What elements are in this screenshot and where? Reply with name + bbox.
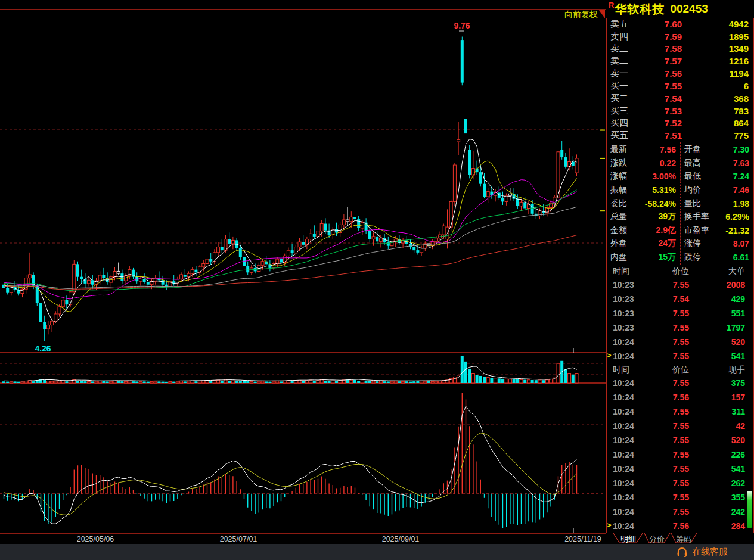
volume-bar-down	[468, 369, 471, 383]
candle-body-down	[184, 275, 187, 277]
kline-chart-area[interactable]: 9.76 4.26 向前复权 2025/05/06 2025/07/01 202…	[0, 0, 606, 544]
volume-bar-up	[305, 381, 308, 383]
kline-chart-svg[interactable]: 9.76 4.26 向前复权 2025/05/06 2025/07/01 202…	[0, 0, 606, 544]
quote-stats-left: 最新7.56涨跌0.22涨幅3.00%振幅5.31%委比-58.24%总量39万…	[607, 142, 680, 265]
chart-low-label: 4.26	[35, 344, 51, 353]
online-service-button[interactable]: 在线客服	[677, 546, 728, 558]
tab-chips[interactable]: 筹码	[676, 534, 691, 543]
candle-body-up	[61, 300, 64, 307]
order-book-row-buy[interactable]: 买四7.52864	[607, 117, 753, 130]
volume-bar-up	[54, 381, 57, 383]
order-book-row-buy[interactable]: 买三7.53783	[607, 105, 753, 117]
volume-bar-down	[80, 381, 83, 383]
big-order-header: 时间 价位 大单	[607, 265, 753, 278]
volume-bar-up	[494, 378, 497, 383]
volume-bar-down	[172, 382, 175, 383]
panel-tab-strip: 明细 分价 筹码	[606, 533, 753, 544]
candle-body-up	[557, 152, 560, 197]
volume-bar-down	[268, 382, 271, 383]
candle-body-up	[58, 307, 61, 314]
order-book-row-sell[interactable]: 卖二7.571216	[607, 55, 753, 67]
volume-bar-down	[147, 382, 150, 383]
tick-trade-list: 时间 价位 现手 10:247.5537510:247.5615710:247.…	[606, 363, 754, 533]
volume-bar-down	[291, 381, 294, 383]
volume-bar-down	[246, 381, 249, 383]
order-book-row-buy[interactable]: 买二7.54368	[607, 92, 753, 105]
candle-body-up	[113, 271, 116, 276]
level-label: 卖一	[607, 68, 640, 79]
candle-body-down	[368, 231, 371, 239]
volume-bar-up	[198, 381, 201, 383]
volume-bar-up	[339, 381, 342, 383]
candle-body-up	[117, 271, 120, 273]
macd-dif-line	[4, 406, 577, 524]
level-label: 买三	[607, 105, 640, 117]
volume-bar-up	[283, 381, 286, 383]
level-price: 7.59	[640, 32, 682, 42]
volume-bar-up	[471, 374, 474, 383]
col-time: 时间	[607, 365, 645, 375]
volume-bar-down	[409, 382, 412, 383]
volume-bar-down	[464, 362, 467, 383]
candle-body-down	[65, 300, 68, 304]
volume-bar-down	[157, 381, 160, 383]
candle-body-up	[206, 259, 209, 263]
candle-body-up	[298, 242, 301, 247]
volume-bar-up	[372, 381, 375, 383]
volume-bar-up	[51, 381, 54, 383]
volume-bar-up	[110, 381, 113, 383]
level-price: 7.55	[640, 81, 682, 91]
chart-high-label: 9.76	[454, 21, 470, 30]
x-tick-4: 2025/11/19	[564, 535, 601, 543]
volume-bar-up	[309, 380, 312, 383]
volume-bar-down	[184, 381, 187, 383]
volume-bar-up	[402, 381, 405, 383]
candle-body-down	[479, 172, 482, 184]
stat-最高: 最高7.63	[681, 157, 753, 170]
candle-body-up	[213, 253, 216, 262]
volume-bar-up	[154, 381, 157, 383]
tab-detail[interactable]: 明细	[620, 534, 636, 543]
trade-row: 10:247.55520	[607, 433, 753, 447]
adjust-mode-button[interactable]: 向前复权	[564, 10, 598, 19]
volume-bar-up	[191, 381, 194, 383]
order-book-row-sell[interactable]: 卖四7.591895	[607, 30, 753, 43]
candle-body-down	[143, 279, 146, 282]
candle-body-down	[17, 290, 20, 294]
trade-row: 10:247.5542	[607, 419, 753, 433]
volume-bar-down	[162, 382, 165, 383]
candle-body-up	[453, 165, 456, 201]
volume-bar-up	[294, 381, 297, 383]
candle-body-down	[409, 244, 412, 247]
order-book-row-buy[interactable]: 买五7.51775	[607, 129, 753, 142]
volume-bar-up	[439, 381, 442, 383]
volume-bar-up	[202, 381, 205, 383]
level-price: 7.56	[640, 69, 682, 79]
volume-bar-up	[317, 381, 319, 383]
volume-bar-down	[365, 381, 368, 383]
order-book-row-buy[interactable]: 买一7.556	[607, 80, 753, 93]
level-label: 买五	[607, 130, 640, 141]
level-label: 买一	[607, 80, 640, 92]
volume-bar-down	[2, 381, 5, 383]
candle-body-up	[224, 239, 227, 251]
stat-跌停: 跌停6.61	[681, 251, 753, 265]
list-scrollbar-thumb[interactable]	[747, 491, 752, 528]
ma5-line	[4, 139, 577, 322]
status-bar: 在线客服	[0, 544, 754, 560]
volume-bar-down	[14, 381, 17, 383]
volume-bar-down	[265, 381, 268, 383]
candle-body-up	[520, 202, 523, 206]
volume-bar-up	[58, 381, 61, 383]
stock-title-bar[interactable]: R 华软科技 002453	[606, 0, 754, 18]
tab-price[interactable]: 分价	[649, 534, 665, 543]
order-book-row-sell[interactable]: 卖三7.581349	[607, 42, 753, 55]
candle-body-up	[276, 259, 279, 263]
order-book-row-sell[interactable]: 卖一7.561194	[607, 67, 753, 80]
stat-振幅: 振幅5.31%	[607, 183, 680, 197]
ma10-line	[4, 161, 577, 312]
order-book-row-sell[interactable]: 卖五7.604942	[607, 18, 753, 30]
volume-bar-up	[394, 381, 397, 383]
candle-body-down	[416, 250, 419, 253]
volume-bar-up	[95, 381, 98, 383]
